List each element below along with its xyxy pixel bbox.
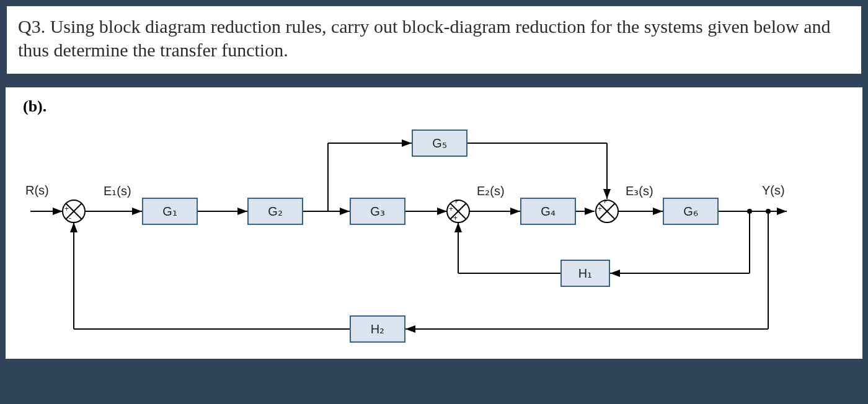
s1-sign-bottom: - (69, 214, 71, 222)
block-diagram: (b). (6, 87, 862, 359)
s3-sign-left: + (598, 204, 602, 213)
diagram-wiring (6, 87, 862, 359)
question-body: Using block diagram reduction rules, car… (18, 16, 831, 60)
block-g5: G₅ (412, 130, 467, 157)
block-g3: G₃ (350, 198, 405, 225)
block-g4: G₄ (520, 198, 576, 225)
question-number: Q3. (18, 16, 45, 37)
s2-sign-top: + (454, 197, 458, 206)
s2-sign-bottom: + (453, 214, 458, 222)
block-g6: G₆ (663, 198, 719, 225)
s2-sign-left: + (449, 204, 453, 213)
question-text: Q3. Using block diagram reduction rules,… (6, 5, 862, 75)
signal-input: R(s) (25, 183, 49, 198)
signal-e1: E₁(s) (104, 183, 131, 198)
signal-e3: E₃(s) (626, 183, 653, 198)
signal-output: Y(s) (762, 183, 785, 198)
block-g1: G₁ (142, 198, 198, 225)
s3-sign-top: + (603, 197, 607, 206)
signal-e2: E₂(s) (477, 183, 505, 198)
block-h2: H₂ (350, 315, 405, 343)
block-g2: G₂ (247, 198, 303, 225)
s1-sign-left: + (64, 204, 69, 213)
block-h1: H₁ (560, 260, 610, 287)
svg-point-20 (766, 209, 770, 213)
